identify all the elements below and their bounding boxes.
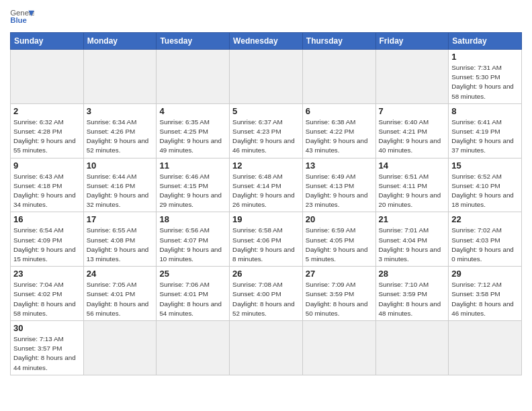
empty-day [83,321,157,375]
header-tuesday: Tuesday [157,33,230,50]
day-info: Sunrise: 6:44 AMSunset: 4:16 PMDaylight:… [87,172,154,210]
calendar-day: 15 Sunrise: 6:52 AMSunset: 4:10 PMDaylig… [449,158,522,212]
calendar-day: 22 Sunrise: 7:02 AMSunset: 4:03 PMDaylig… [449,212,522,267]
day-number: 8 [451,106,519,116]
empty-day [375,50,449,104]
day-number: 25 [159,269,226,279]
day-info: Sunrise: 6:54 AMSunset: 4:09 PMDaylight:… [13,226,81,264]
day-number: 28 [379,269,446,279]
day-info: Sunrise: 6:34 AMSunset: 4:26 PMDaylight:… [87,118,154,156]
calendar-day: 21 Sunrise: 7:01 AMSunset: 4:04 PMDaylig… [375,212,449,267]
day-number: 13 [306,161,373,171]
day-info: Sunrise: 7:04 AMSunset: 4:02 PMDaylight:… [13,280,81,318]
empty-day [230,50,303,104]
day-info: Sunrise: 6:55 AMSunset: 4:08 PMDaylight:… [87,226,154,264]
calendar-day: 17 Sunrise: 6:55 AMSunset: 4:08 PMDaylig… [83,212,157,267]
header-wednesday: Wednesday [230,33,303,50]
calendar-row: 16 Sunrise: 6:54 AMSunset: 4:09 PMDaylig… [11,212,522,267]
day-info: Sunrise: 6:32 AMSunset: 4:28 PMDaylight:… [13,118,81,156]
calendar-row: 2 Sunrise: 6:32 AMSunset: 4:28 PMDayligh… [11,103,522,158]
calendar-day: 19 Sunrise: 6:58 AMSunset: 4:06 PMDaylig… [230,212,303,267]
day-info: Sunrise: 7:02 AMSunset: 4:03 PMDaylight:… [451,226,519,264]
day-number: 10 [87,161,154,171]
day-info: Sunrise: 7:08 AMSunset: 4:00 PMDaylight:… [232,280,300,318]
calendar-day: 30 Sunrise: 7:13 AMSunset: 3:57 PMDaylig… [11,321,84,375]
day-number: 30 [13,323,81,333]
day-info: Sunrise: 7:10 AMSunset: 3:59 PMDaylight:… [379,280,446,318]
calendar-day: 20 Sunrise: 6:59 AMSunset: 4:05 PMDaylig… [302,212,375,267]
calendar-day: 24 Sunrise: 7:05 AMSunset: 4:01 PMDaylig… [83,267,157,321]
day-number: 23 [13,269,81,279]
day-number: 11 [159,161,226,171]
day-info: Sunrise: 6:56 AMSunset: 4:07 PMDaylight:… [159,226,226,264]
day-info: Sunrise: 7:06 AMSunset: 4:01 PMDaylight:… [159,280,226,318]
calendar-day: 1 Sunrise: 7:31 AMSunset: 5:30 PMDayligh… [449,50,522,104]
day-info: Sunrise: 7:13 AMSunset: 3:57 PMDaylight:… [13,334,81,373]
day-number: 12 [232,161,300,171]
calendar-day: 2 Sunrise: 6:32 AMSunset: 4:28 PMDayligh… [11,103,84,158]
calendar-day: 3 Sunrise: 6:34 AMSunset: 4:26 PMDayligh… [83,103,157,158]
day-info: Sunrise: 6:46 AMSunset: 4:15 PMDaylight:… [159,172,226,210]
calendar-day: 27 Sunrise: 7:09 AMSunset: 3:59 PMDaylig… [302,267,375,321]
calendar-day: 14 Sunrise: 6:51 AMSunset: 4:11 PMDaylig… [375,158,449,212]
day-number: 19 [232,214,300,224]
empty-day [157,321,230,375]
day-number: 14 [379,161,446,171]
svg-text:Blue: Blue [10,16,27,24]
page: General Blue Sunday Monday Tuesday Wedne… [0,0,532,411]
day-number: 5 [232,106,300,116]
day-number: 2 [13,106,81,116]
generalblue-logo-icon: General Blue [10,7,34,27]
calendar-day: 12 Sunrise: 6:48 AMSunset: 4:14 PMDaylig… [230,158,303,212]
day-number: 16 [13,214,81,224]
calendar-day: 25 Sunrise: 7:06 AMSunset: 4:01 PMDaylig… [157,267,230,321]
day-number: 20 [306,214,373,224]
day-number: 22 [451,214,519,224]
header-monday: Monday [83,33,157,50]
calendar-day: 9 Sunrise: 6:43 AMSunset: 4:18 PMDayligh… [11,158,84,212]
logo: General Blue [10,7,34,27]
calendar-row: 23 Sunrise: 7:04 AMSunset: 4:02 PMDaylig… [11,267,522,321]
empty-day [302,50,375,104]
calendar-row: 9 Sunrise: 6:43 AMSunset: 4:18 PMDayligh… [11,158,522,212]
header-saturday: Saturday [449,33,522,50]
day-info: Sunrise: 7:31 AMSunset: 5:30 PMDaylight:… [451,63,519,101]
day-info: Sunrise: 6:52 AMSunset: 4:10 PMDaylight:… [451,172,519,210]
day-info: Sunrise: 6:51 AMSunset: 4:11 PMDaylight:… [379,172,446,210]
empty-day [449,321,522,375]
day-number: 26 [232,269,300,279]
calendar-day: 23 Sunrise: 7:04 AMSunset: 4:02 PMDaylig… [11,267,84,321]
calendar-day: 29 Sunrise: 7:12 AMSunset: 3:58 PMDaylig… [449,267,522,321]
empty-day [11,50,84,104]
day-number: 17 [87,214,154,224]
day-number: 3 [87,106,154,116]
day-number: 21 [379,214,446,224]
weekday-header-row: Sunday Monday Tuesday Wednesday Thursday… [11,33,522,50]
day-info: Sunrise: 6:41 AMSunset: 4:19 PMDaylight:… [451,118,519,156]
empty-day [83,50,157,104]
calendar-day: 13 Sunrise: 6:49 AMSunset: 4:13 PMDaylig… [302,158,375,212]
day-info: Sunrise: 6:35 AMSunset: 4:25 PMDaylight:… [159,118,226,156]
day-info: Sunrise: 6:38 AMSunset: 4:22 PMDaylight:… [306,118,373,156]
calendar-day: 26 Sunrise: 7:08 AMSunset: 4:00 PMDaylig… [230,267,303,321]
empty-day [302,321,375,375]
day-info: Sunrise: 7:01 AMSunset: 4:04 PMDaylight:… [379,226,446,264]
calendar-day: 10 Sunrise: 6:44 AMSunset: 4:16 PMDaylig… [83,158,157,212]
calendar-day: 18 Sunrise: 6:56 AMSunset: 4:07 PMDaylig… [157,212,230,267]
header-sunday: Sunday [11,33,84,50]
day-number: 18 [159,214,226,224]
header: General Blue [10,7,522,27]
day-info: Sunrise: 6:43 AMSunset: 4:18 PMDaylight:… [13,172,81,210]
calendar-day: 7 Sunrise: 6:40 AMSunset: 4:21 PMDayligh… [375,103,449,158]
calendar-table: Sunday Monday Tuesday Wednesday Thursday… [10,32,522,375]
day-info: Sunrise: 6:58 AMSunset: 4:06 PMDaylight:… [232,226,300,264]
calendar-day: 11 Sunrise: 6:46 AMSunset: 4:15 PMDaylig… [157,158,230,212]
calendar-day: 6 Sunrise: 6:38 AMSunset: 4:22 PMDayligh… [302,103,375,158]
empty-day [230,321,303,375]
day-number: 4 [159,106,226,116]
day-number: 1 [451,52,519,62]
day-info: Sunrise: 6:40 AMSunset: 4:21 PMDaylight:… [379,118,446,156]
calendar-day: 16 Sunrise: 6:54 AMSunset: 4:09 PMDaylig… [11,212,84,267]
day-number: 9 [13,161,81,171]
day-number: 27 [306,269,373,279]
